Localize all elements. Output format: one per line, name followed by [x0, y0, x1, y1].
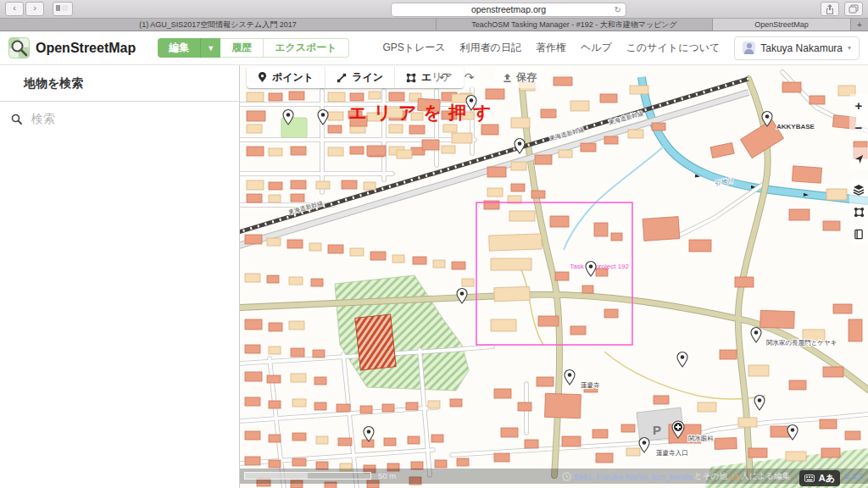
map-canvas[interactable]: Task for project 192 — [240, 65, 868, 488]
line-icon — [337, 73, 347, 83]
map-data-icon — [854, 207, 865, 218]
map-status-bar: 50 m 5961, Fuzuka Nishio, tom_konda とその他… — [240, 469, 868, 484]
map-controls: + − — [849, 94, 868, 245]
user-menu-button[interactable]: Takuya Nakamura ▾ — [734, 36, 860, 60]
parking-label: P — [653, 423, 661, 437]
map-area: Task for project 192 — [240, 65, 868, 488]
attribution-suffix: 人による編集 — [741, 471, 790, 482]
construction-hatch — [355, 314, 396, 370]
zoom-out-button[interactable]: − — [849, 116, 868, 138]
sidebar-toggle-icon[interactable] — [53, 2, 73, 16]
draw-point-button[interactable]: ポイント — [247, 67, 326, 88]
tab-agu-sis[interactable]: (1) AGU_SIS2017空間情報システム入門 2017 — [0, 19, 437, 30]
attribution-editors[interactable]: 5961, Fuzuka Nishio, tom_konda — [574, 472, 692, 481]
osm-logo-icon — [8, 37, 30, 58]
edit-button[interactable]: 編集 — [158, 38, 200, 58]
bus-stop-label: 蓮慶寺入口 — [656, 449, 688, 457]
url-text: openstreetmap.org — [471, 4, 546, 14]
clinic-label: 関水眼科 — [688, 435, 715, 442]
nav-user-diaries[interactable]: 利用者の日記 — [460, 41, 521, 55]
point-icon — [258, 72, 267, 83]
reload-icon[interactable]: ↻ — [615, 3, 621, 16]
share-button[interactable] — [821, 2, 839, 16]
ime-indicator: Aあ — [799, 470, 840, 486]
forward-button[interactable]: › — [25, 2, 44, 16]
attribution-mid: とその他 — [694, 471, 727, 482]
chevron-down-icon: ▾ — [848, 44, 851, 52]
save-label: 保存 — [516, 70, 537, 85]
search-row — [0, 102, 239, 136]
user-avatar — [743, 42, 755, 54]
tabs-overview-button[interactable] — [844, 2, 863, 16]
search-input[interactable] — [30, 111, 203, 126]
version-link[interactable]: 2.2.2 — [845, 471, 863, 480]
feature-search-panel: 地物を検索 — [0, 65, 240, 488]
export-button[interactable]: エクスポート — [264, 38, 348, 58]
point-label: ポイント — [272, 70, 314, 85]
nav-help[interactable]: ヘルプ — [581, 41, 612, 55]
help-book-icon — [854, 229, 864, 240]
scale-label: 50 m — [378, 471, 396, 480]
share-icon — [826, 4, 834, 14]
akkybase-label: AKKYBASE — [776, 123, 815, 130]
attribution-count: 14 — [730, 472, 739, 481]
tabs-icon — [849, 4, 859, 14]
redo-button[interactable]: ↷ — [458, 67, 481, 88]
tab-bar: (1) AGU_SIS2017空間情報システム入門 2017 TeachOSM … — [0, 19, 868, 31]
osm-header: OpenStreetMap 編集 ▼ 履歴 エクスポート GPSトレース 利用者… — [0, 31, 868, 65]
tab-openstreetmap[interactable]: OpenStreetMap — [713, 19, 851, 30]
scale-bar — [244, 472, 371, 480]
browser-window: ‹ › openstreetmap.org ↻ (1) AGU_SIS20 — [0, 0, 868, 488]
browser-toolbar: ‹ › openstreetmap.org ↻ — [0, 0, 868, 19]
panel-title: 地物を検索 — [0, 65, 239, 102]
tab-teachosm[interactable]: TeachOSM Tasking Manager - #192 - 大和市建物マ… — [437, 19, 713, 30]
temple-label: 蓮慶寺 — [581, 381, 600, 389]
zoom-in-button[interactable]: + — [849, 94, 868, 116]
keyboard-icon — [804, 474, 815, 482]
attribution: 5961, Fuzuka Nishio, tom_konda とその他 14 人… — [562, 471, 790, 482]
background-settings-button[interactable] — [849, 179, 868, 201]
address-bar[interactable]: openstreetmap.org ↻ — [391, 3, 626, 17]
header-nav: GPSトレース 利用者の日記 著作権 ヘルプ このサイトについて Takuya … — [382, 36, 860, 60]
map-data-button[interactable] — [849, 201, 868, 223]
edit-toolbar: ポイント ライン エリア — [247, 67, 464, 88]
ime-label: Aあ — [819, 472, 835, 485]
monument-label: 関水家の長屋門とケヤキ — [766, 339, 837, 347]
new-tab-button[interactable]: + — [851, 19, 868, 30]
annotation-press-area: エリアを押す — [348, 101, 498, 125]
history-icon — [562, 472, 571, 481]
brand-text: OpenStreetMap — [36, 41, 136, 56]
save-icon — [503, 73, 512, 83]
save-button[interactable]: 保存 — [495, 67, 544, 88]
geolocate-icon — [854, 153, 865, 164]
history-button[interactable]: 履歴 — [220, 38, 264, 58]
draw-line-button[interactable]: ライン — [326, 67, 395, 88]
area-icon — [406, 73, 416, 83]
help-button[interactable] — [849, 223, 868, 245]
nav-copyright[interactable]: 著作権 — [536, 41, 566, 55]
user-name: Takuya Nakamura — [760, 42, 843, 54]
layers-icon — [853, 184, 865, 196]
nav-gps-traces[interactable]: GPSトレース — [382, 41, 445, 55]
search-icon — [11, 114, 22, 125]
undo-button[interactable]: ↶ — [432, 67, 455, 88]
edit-dropdown-caret[interactable]: ▼ — [200, 38, 220, 58]
geolocate-button[interactable] — [849, 147, 868, 169]
mode-buttons: 編集 ▼ 履歴 エクスポート — [158, 38, 348, 58]
task-label: Task for project 192 — [570, 263, 629, 270]
nav-about[interactable]: このサイトについて — [626, 41, 721, 55]
osm-brand[interactable]: OpenStreetMap — [8, 37, 136, 58]
line-label: ライン — [352, 70, 383, 85]
back-button[interactable]: ‹ — [5, 2, 24, 16]
